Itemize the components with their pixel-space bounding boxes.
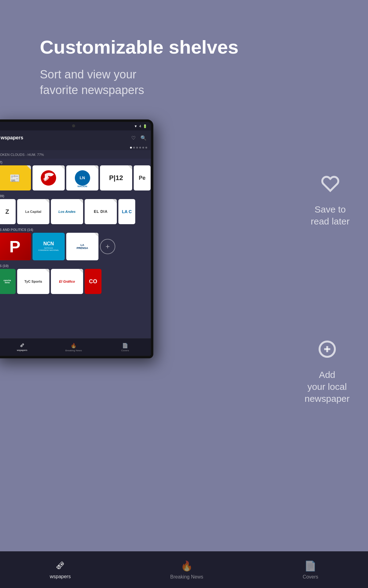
section-1-newspapers: 📰 <box>0 165 151 193</box>
header-actions[interactable]: ♡ 🔍 <box>131 135 147 141</box>
newspaper-nav-icon: 🗞 <box>20 343 25 348</box>
newspaper-tile-pe[interactable]: Pe <box>134 165 151 190</box>
newspaper-tile-la-prensa[interactable]: LA PRENSA <box>66 233 98 260</box>
newspaper-tile-la-c[interactable]: LA C <box>118 199 135 224</box>
fire-bottom-icon: 🔥 <box>181 560 193 572</box>
hero-title: Customizable shelves <box>40 37 239 58</box>
nav-item-newspapers[interactable]: 🗞 wspapers <box>0 343 48 352</box>
section-4: S (10) canchallena TyC Sports El Gráfico <box>0 263 151 296</box>
tablet-device: ▼ 4 🔋 wspapers ♡ 🔍 <box>0 119 163 573</box>
tablet-camera <box>72 124 75 127</box>
newspaper-tile-z[interactable]: Z <box>0 199 16 224</box>
newspaper-tile-los-andes[interactable]: Los Andes <box>51 199 83 224</box>
weather-bar: OKEN CLOUDS - HUM. 77% <box>0 150 151 159</box>
newspaper-tile-cancha[interactable]: canchallena <box>0 269 16 294</box>
pe-text: Pe <box>139 175 145 181</box>
section-4-newspapers: canchallena TyC Sports El Gráfico CO <box>0 269 151 296</box>
section-3-header: S AND POLITICS (14) <box>0 227 151 233</box>
dot-3 <box>139 147 141 149</box>
newspaper-tile-co[interactable]: CO <box>85 269 102 294</box>
bottom-navigation: 🗞 wspapers 🔥 Breaking News 📄 Covers <box>0 338 151 356</box>
newspaper-tile-la-capital[interactable]: La Capital <box>17 199 49 224</box>
status-bar: ▼ 4 🔋 <box>0 122 151 130</box>
wifi-icon: ▼ <box>134 124 137 128</box>
heart-header-icon[interactable]: ♡ <box>131 135 136 141</box>
la-capital-text: La Capital <box>25 210 41 213</box>
signal-icon: 4 <box>139 124 141 128</box>
add-more-button[interactable]: + <box>100 239 115 254</box>
newspaper-tile-red-bird[interactable] <box>33 165 65 190</box>
newspapers-bottom-icon: 🗞 <box>55 560 65 571</box>
tablet-frame: ▼ 4 🔋 wspapers ♡ 🔍 <box>0 119 153 358</box>
section-2-header: 39) <box>0 193 151 199</box>
nav-item-covers[interactable]: 📄 Covers <box>99 343 151 352</box>
page-bottom-nav: 🗞 wspapers 🔥 Breaking News 📄 Covers <box>0 551 368 588</box>
newspaper-tile-yellow[interactable]: 📰 <box>0 165 31 190</box>
dot-2 <box>136 147 138 149</box>
newspaper-nav-label: wspapers <box>17 349 27 352</box>
dot-active <box>130 147 132 149</box>
book-bottom-icon: 📄 <box>304 560 316 572</box>
el-dia-text: EL DIA <box>94 209 108 214</box>
covers-bottom-label: Covers <box>303 574 318 580</box>
newspaper-tile-ncn[interactable]: NCN NOTICIASCONGRESO NACIONAL <box>33 233 65 260</box>
app-header: wspapers ♡ 🔍 <box>0 130 151 145</box>
section-2-newspapers: Z La Capital Los Andes EL DIA <box>0 199 151 227</box>
dot-5 <box>145 147 147 149</box>
los-andes-text: Los Andes <box>59 210 76 213</box>
dot-4 <box>142 147 144 149</box>
battery-icon: 🔋 <box>143 124 147 128</box>
search-header-icon[interactable]: 🔍 <box>140 135 147 141</box>
heart-icon <box>318 172 343 196</box>
newspaper-tile-la-nacion[interactable]: LN LANACION <box>66 165 98 190</box>
covers-nav-label: Covers <box>121 349 129 352</box>
section-2: 39) Z La Capital Los Andes <box>0 193 151 227</box>
section-4-header: S (10) <box>0 263 151 269</box>
newspaper-tile-p12[interactable]: P|12 <box>100 165 132 190</box>
svg-point-4 <box>50 173 53 176</box>
plus-circle-icon <box>315 337 339 361</box>
newspapers-bottom-label: wspapers <box>50 574 71 579</box>
breaking-news-bottom-label: Breaking News <box>170 574 203 580</box>
newspaper-tile-p-red[interactable]: P <box>0 233 31 260</box>
newspaper-tile-el-dia[interactable]: EL DIA <box>85 199 117 224</box>
content-area: 7) 📰 <box>0 159 151 338</box>
yellow-paper-icon: 📰 <box>10 173 20 183</box>
fire-nav-icon: 🔥 <box>71 343 77 349</box>
hero-section: Customizable shelves Sort and view your … <box>40 37 239 98</box>
add-newspaper-block: Add your local newspaper <box>305 337 350 405</box>
section-3-newspapers: P NCN NOTICIASCONGRESO NACIONAL LA PRENS… <box>0 233 151 263</box>
nav-item-breaking-news[interactable]: 🔥 Breaking News <box>48 343 99 352</box>
bottom-nav-breaking[interactable]: 🔥 Breaking News <box>170 560 203 580</box>
section-1: 7) 📰 <box>0 159 151 193</box>
newspaper-tile-tyc[interactable]: TyC Sports <box>17 269 49 294</box>
hero-subtitle: Sort and view your favorite newspapers <box>40 67 239 98</box>
newspaper-tile-el-grafico[interactable]: El Gráfico <box>51 269 83 294</box>
app-title: wspapers <box>1 135 23 141</box>
dots-indicator <box>0 145 151 150</box>
section-3: S AND POLITICS (14) P NCN NOTICIASCONGRE… <box>0 227 151 263</box>
dot-1 <box>133 147 135 149</box>
p12-text: P|12 <box>109 174 123 182</box>
section-1-header: 7) <box>0 159 151 165</box>
book-nav-icon: 📄 <box>122 343 128 349</box>
save-later-block: Save to read later <box>311 172 350 227</box>
bottom-nav-newspapers[interactable]: 🗞 wspapers <box>50 560 71 579</box>
save-later-label: Save to read later <box>311 203 350 227</box>
add-newspaper-label: Add your local newspaper <box>305 369 350 405</box>
weather-text: OKEN CLOUDS - HUM. 77% <box>0 153 44 156</box>
bottom-nav-covers[interactable]: 📄 Covers <box>303 560 318 580</box>
breaking-news-nav-label: Breaking News <box>65 349 82 352</box>
